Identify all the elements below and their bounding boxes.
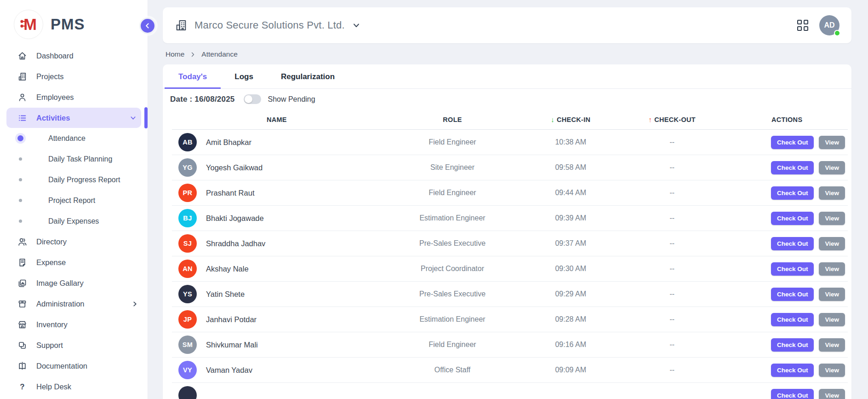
view-button[interactable]: View xyxy=(819,136,845,149)
sidebar-subitem-daily-expenses[interactable]: Daily Expenses xyxy=(0,211,148,231)
check-out-button[interactable]: Check Out xyxy=(771,364,814,377)
check-out-button[interactable]: Check Out xyxy=(771,161,814,174)
sidebar: M PMS Dashboard Projects Employees Activ… xyxy=(0,0,148,399)
tab-regularization[interactable]: Regularization xyxy=(267,64,348,89)
check-out-button[interactable]: Check Out xyxy=(771,313,814,326)
tab-logs[interactable]: Logs xyxy=(221,64,267,89)
employee-role xyxy=(382,383,524,399)
view-button[interactable]: View xyxy=(819,364,845,377)
layers-icon xyxy=(17,341,27,350)
main-area: Marco Secure Solutions Pvt. Ltd. AD Home… xyxy=(148,0,868,399)
sidebar-item-inventory[interactable]: Inventory xyxy=(0,314,148,335)
check-out-button[interactable]: Check Out xyxy=(771,262,814,276)
check-out-button[interactable]: Check Out xyxy=(771,389,814,399)
view-button[interactable]: View xyxy=(819,338,845,352)
avatar: SM xyxy=(178,335,197,354)
sidebar-subitem-attendance[interactable]: Attendance xyxy=(0,128,148,149)
svg-text:M: M xyxy=(23,16,37,33)
table-row: YG Yogesh Gaikwad Site Engineer 09:58 AM… xyxy=(172,155,848,180)
company-selector[interactable]: Marco Secure Solutions Pvt. Ltd. xyxy=(175,19,361,32)
employee-role: Field Engineer xyxy=(382,180,524,206)
view-button[interactable]: View xyxy=(819,262,845,276)
breadcrumb: Home Attendance xyxy=(166,50,851,58)
view-button[interactable]: View xyxy=(819,313,845,326)
sidebar-item-projects[interactable]: Projects xyxy=(0,66,148,87)
check-out-value: -- xyxy=(618,332,726,358)
check-out-button[interactable]: Check Out xyxy=(771,136,814,149)
sidebar-item-employees[interactable]: Employees xyxy=(0,87,148,108)
employee-role: Estimation Engineer xyxy=(382,307,524,332)
tab-todays[interactable]: Today's xyxy=(165,64,221,89)
view-button[interactable]: View xyxy=(819,212,845,225)
sidebar-item-administration[interactable]: Administration xyxy=(0,294,148,314)
sidebar-subitem-daily-task-planning[interactable]: Daily Task Planning xyxy=(0,149,148,169)
app-title: PMS xyxy=(51,16,85,33)
check-out-button[interactable]: Check Out xyxy=(771,186,814,200)
sidebar-item-support[interactable]: Support xyxy=(0,335,148,356)
m-logo-icon: M xyxy=(14,10,43,39)
grid-apps-icon[interactable] xyxy=(797,20,808,31)
check-out-button[interactable]: Check Out xyxy=(771,212,814,225)
view-button[interactable]: View xyxy=(819,288,845,301)
table-row: BJ Bhakti Jogawade Estimation Engineer 0… xyxy=(172,206,848,231)
sidebar-item-documentation[interactable]: Documentation xyxy=(0,356,148,376)
avatar: SJ xyxy=(178,234,197,253)
check-in-time: 09:58 AM xyxy=(523,155,618,180)
view-button[interactable]: View xyxy=(819,161,845,174)
table-row: YS Yatin Shete Pre-Sales Executive 09:29… xyxy=(172,282,848,307)
employee-role: Pre-Sales Executive xyxy=(382,231,524,256)
avatar: YS xyxy=(178,285,197,303)
bullet-icon xyxy=(19,178,22,181)
receipt-icon xyxy=(17,258,27,267)
sidebar-item-help-desk[interactable]: ? Help Desk xyxy=(0,376,148,397)
check-out-button[interactable]: Check Out xyxy=(771,288,814,301)
attendance-table: NAME ROLE ↓CHECK-IN ↑CHECK-OUT ACTIONS A… xyxy=(172,109,848,399)
company-name: Marco Secure Solutions Pvt. Ltd. xyxy=(194,19,345,31)
check-out-value: -- xyxy=(618,358,726,383)
sidebar-item-expense[interactable]: Expense xyxy=(0,252,148,273)
avatar xyxy=(178,386,197,399)
employee-name: Yogesh Gaikwad xyxy=(206,163,263,172)
check-in-time: 09:16 AM xyxy=(523,332,618,358)
sidebar-item-directory[interactable]: Directory xyxy=(0,231,148,252)
breadcrumb-home[interactable]: Home xyxy=(166,50,184,58)
column-header-check-out[interactable]: ↑CHECK-OUT xyxy=(618,109,726,130)
chevron-right-icon xyxy=(190,52,196,58)
view-button[interactable]: View xyxy=(819,389,845,399)
app-logo: M PMS xyxy=(0,0,148,44)
sidebar-item-dashboard[interactable]: Dashboard xyxy=(0,46,148,66)
table-header-row: NAME ROLE ↓CHECK-IN ↑CHECK-OUT ACTIONS xyxy=(172,109,848,130)
sidebar-collapse-button[interactable] xyxy=(139,17,156,34)
check-out-button[interactable]: Check Out xyxy=(771,338,814,352)
employee-role: Field Engineer xyxy=(382,130,524,155)
employee-role: Pre-Sales Executive xyxy=(382,282,524,307)
home-icon xyxy=(17,51,27,61)
check-out-button[interactable]: Check Out xyxy=(771,237,814,250)
user-avatar[interactable]: AD xyxy=(819,15,839,35)
table-row: SM Shivkumar Mali Field Engineer 09:16 A… xyxy=(172,332,848,358)
show-pending-toggle[interactable] xyxy=(244,94,261,104)
column-header-check-in[interactable]: ↓CHECK-IN xyxy=(523,109,618,130)
attendance-card: Today's Logs Regularization Date : 16/08… xyxy=(163,64,851,399)
sidebar-item-image-gallary[interactable]: Image Gallary xyxy=(0,273,148,294)
chevron-left-icon xyxy=(144,22,151,29)
check-in-time: 09:29 AM xyxy=(523,282,618,307)
employee-name: Janhavi Potdar xyxy=(206,315,257,324)
table-row: Check Out View xyxy=(172,383,848,399)
breadcrumb-attendance[interactable]: Attendance xyxy=(201,50,237,58)
bullet-icon xyxy=(19,220,22,223)
arrow-down-icon: ↓ xyxy=(551,116,554,123)
view-button[interactable]: View xyxy=(819,186,845,200)
sidebar-subitem-daily-progress-report[interactable]: Daily Progress Report xyxy=(0,169,148,190)
check-out-value: -- xyxy=(618,130,726,155)
sidebar-subitem-project-report[interactable]: Project Report xyxy=(0,190,148,211)
check-out-value: -- xyxy=(618,282,726,307)
attendance-tabs: Today's Logs Regularization xyxy=(163,64,851,89)
chevron-down-icon xyxy=(352,21,361,30)
sidebar-item-activities[interactable]: Activities xyxy=(6,108,141,128)
check-in-time: 09:09 AM xyxy=(523,358,618,383)
check-in-time xyxy=(523,383,618,399)
avatar: JP xyxy=(178,310,197,329)
check-out-value: -- xyxy=(618,307,726,332)
view-button[interactable]: View xyxy=(819,237,845,250)
